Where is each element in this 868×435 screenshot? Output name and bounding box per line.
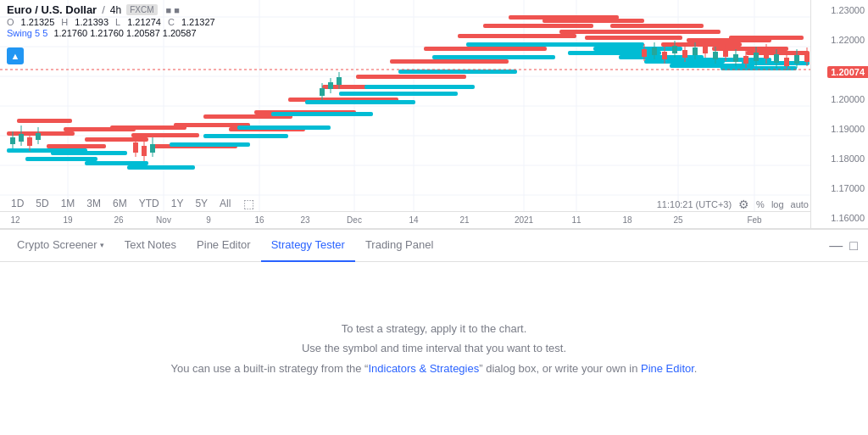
svg-rect-18 [47, 144, 106, 148]
panel-content: To test a strategy, apply it to the char… [0, 262, 868, 435]
timeframe-5d[interactable]: 5D [31, 196, 53, 211]
chart-toolbar: 1D 5D 1M 3M 6M YTD 1Y 5Y All ⬚ [7, 196, 254, 211]
svg-rect-34 [127, 165, 195, 170]
tab-text-notes-label: Text Notes [125, 238, 176, 251]
chart-header: Euro / U.S. Dollar / 4h FXCM ■ ■ O 1.213… [7, 3, 215, 38]
tab-trading-panel-label: Trading Panel [365, 238, 433, 251]
svg-rect-45 [483, 24, 593, 28]
time-label-14: 14 [409, 215, 418, 225]
svg-rect-71 [10, 137, 15, 144]
svg-rect-53 [585, 36, 682, 40]
tab-pine-editor-label: Pine Editor [197, 238, 251, 251]
svg-rect-20 [85, 137, 148, 142]
minimize-panel-button[interactable]: — [829, 239, 843, 253]
svg-rect-105 [713, 52, 718, 59]
svg-rect-36 [203, 134, 288, 138]
svg-rect-83 [150, 144, 155, 153]
panel-line1: To test a strategy, apply it to the char… [342, 319, 527, 338]
maximize-panel-button[interactable]: □ [849, 239, 858, 253]
time-label-25: 25 [673, 215, 682, 225]
chart-title: Euro / U.S. Dollar [7, 3, 97, 16]
svg-rect-54 [610, 24, 704, 28]
panel-line3-post: . [694, 362, 698, 375]
swing-values: 1.21760 1.21760 1.20587 1.20587 [53, 28, 196, 38]
time-label-9: 9 [206, 215, 211, 225]
svg-rect-109 [733, 54, 738, 62]
svg-rect-117 [774, 54, 779, 63]
bottom-panel: Crypto Screener ▾ Text Notes Pine Editor… [0, 229, 868, 435]
price-scale: 1.23000 1.22000 1.21000 1.20000 1.19000 … [810, 0, 868, 228]
svg-rect-115 [764, 50, 769, 59]
price-1.16: 1.16000 [815, 213, 865, 223]
time-label-2021: 2021 [515, 215, 533, 225]
screenshot-icon[interactable]: ⬚ [243, 197, 254, 210]
svg-rect-121 [794, 55, 799, 64]
price-1.23: 1.23000 [815, 5, 865, 15]
percent-btn[interactable]: % [756, 199, 765, 209]
price-1.17: 1.17000 [815, 183, 865, 193]
svg-rect-79 [133, 142, 138, 153]
svg-rect-111 [743, 56, 748, 64]
svg-rect-22 [131, 133, 199, 137]
timeframe-6m[interactable]: 6M [108, 196, 131, 211]
gear-icon-bottom[interactable]: ⚙ [738, 198, 749, 211]
chart-bottom-right: 11:10:21 (UTC+3) ⚙ % log auto [657, 198, 809, 211]
tab-pine-editor[interactable]: Pine Editor [186, 230, 261, 262]
tab-text-notes[interactable]: Text Notes [114, 230, 186, 262]
svg-rect-55 [636, 30, 721, 34]
timeframe-1m[interactable]: 1M [57, 196, 80, 211]
tab-strategy-tester[interactable]: Strategy Tester [261, 230, 355, 262]
tab-crypto-screener[interactable]: Crypto Screener ▾ [7, 230, 114, 262]
indicators-strategies-link[interactable]: Indicators & Strategies [368, 362, 479, 375]
auto-btn[interactable]: auto [791, 199, 809, 209]
current-price-badge: 1.20074 [827, 66, 868, 78]
svg-rect-93 [652, 47, 657, 55]
tab-trading-panel[interactable]: Trading Panel [355, 230, 443, 262]
swing-row: Swing 5 5 1.21760 1.21760 1.20587 1.2058… [7, 28, 215, 38]
timeframe-ytd[interactable]: YTD [135, 196, 164, 211]
panel-line3: You can use a built-in strategy from the… [171, 359, 698, 378]
timeframe-1y[interactable]: 1Y [167, 196, 188, 211]
c-value: 1.21327 [181, 17, 215, 27]
time-label-21: 21 [459, 215, 469, 225]
svg-rect-75 [27, 137, 32, 146]
l-value: 1.21274 [127, 17, 161, 27]
svg-rect-37 [237, 125, 331, 130]
svg-rect-48 [398, 70, 517, 74]
log-btn[interactable]: log [771, 199, 784, 209]
price-1.22: 1.22000 [815, 35, 865, 45]
chart-container: Euro / U.S. Dollar / 4h FXCM ■ ■ O 1.213… [0, 0, 868, 229]
svg-rect-40 [339, 92, 458, 96]
time-label-16: 16 [254, 215, 264, 225]
ohlc-row: O 1.21325 H 1.21393 L 1.21274 C 1.21327 [7, 17, 215, 27]
chevron-down-icon: ▾ [100, 241, 104, 249]
svg-rect-35 [170, 142, 250, 147]
svg-rect-63 [593, 47, 682, 51]
time-label-19: 19 [63, 215, 72, 225]
tab-crypto-screener-label: Crypto Screener [17, 238, 97, 251]
pine-editor-link[interactable]: Pine Editor [641, 362, 694, 375]
svg-rect-119 [784, 58, 789, 66]
c-label: C [168, 17, 175, 27]
chart-exchange: FXCM [126, 4, 157, 15]
timeframe-3m[interactable]: 3M [82, 196, 105, 211]
svg-rect-42 [390, 59, 509, 64]
time-label-feb: Feb [747, 215, 761, 225]
svg-rect-43 [424, 47, 547, 51]
svg-rect-123 [804, 53, 810, 62]
panel-line3-mid: ” dialog box, or write your own in [479, 362, 641, 375]
svg-rect-103 [703, 46, 708, 53]
svg-rect-61 [547, 42, 644, 47]
panel-line3-pre: You can use a built-in strategy from the… [171, 362, 369, 375]
indicator-icon[interactable]: ▲ [7, 47, 27, 68]
timeframe-all[interactable]: All [215, 196, 235, 211]
svg-rect-32 [51, 151, 127, 155]
timeframe-5y[interactable]: 5Y [191, 196, 212, 211]
svg-rect-41 [356, 75, 466, 79]
svg-rect-95 [662, 52, 667, 59]
svg-rect-38 [271, 112, 373, 116]
svg-rect-17 [17, 119, 72, 123]
panel-controls: — □ [829, 239, 861, 253]
svg-rect-62 [568, 51, 661, 55]
timeframe-1d[interactable]: 1D [7, 196, 28, 211]
